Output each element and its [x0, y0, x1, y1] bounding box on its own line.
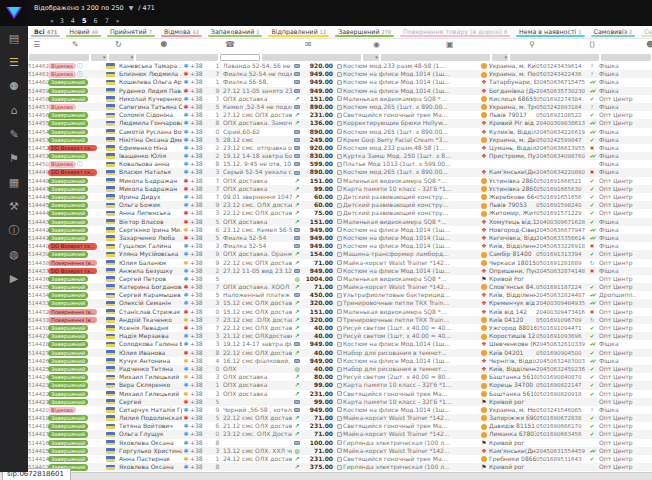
table-row[interactable]: 514445ЗавершенийОльга Божик✱+38923.12 см… [28, 201, 652, 209]
table-row[interactable]: 514432Повернення (в..Станіслав Стрижак✱+… [28, 308, 652, 316]
client-column-icon[interactable]: ⚉ [160, 40, 167, 49]
manager-column-icon[interactable]: ☻ [646, 40, 652, 49]
table-row[interactable]: 514454ЗавершенийСамотій Руслана Во..✱+38… [28, 128, 652, 136]
sidebar-monitor-icon[interactable]: ▤ [0, 26, 28, 50]
status-column-icon[interactable]: ✎ [72, 40, 79, 49]
table-row[interactable]: 514417ЗавершенийОльга Глущук✱+38023.12 с… [28, 430, 652, 438]
sidebar-globe-icon[interactable]: ◍ [0, 242, 28, 266]
table-row[interactable]: 514418ЗавершенийТетяна Войтович✱+38621.1… [28, 422, 652, 430]
table-row[interactable]: 514423ЗавершенийВера Скляренко✱+381ОПХ д… [28, 381, 652, 389]
address-column-icon[interactable]: ⚲ [529, 40, 535, 49]
table-row[interactable]: 514453ЗавершенийНікітіна Оксана Дми..✱+3… [28, 136, 652, 144]
tab-Прийнятий[interactable]: Прийнятий7 [104, 26, 158, 38]
page-button[interactable]: 7 [105, 17, 109, 25]
table-row[interactable]: 514441ЗавершенийЗахарченко Люба✱+385Фиал… [28, 234, 652, 242]
sidebar-video-icon[interactable]: ▶ [0, 266, 28, 290]
table-row[interactable]: 514433ЗавершенийОлексій Семанін✱+38315.1… [28, 299, 652, 307]
first-page-button[interactable]: « [50, 17, 53, 24]
table-row[interactable]: 514413ЗавершенийЯковлева Оксана✱+388↗375… [28, 463, 652, 471]
tracking-column-icon[interactable]: ⟨⟩ [589, 40, 595, 49]
sidebar-campaign-icon[interactable]: ⚑ [0, 146, 28, 170]
last-page-button[interactable]: » [116, 17, 119, 24]
table-row[interactable]: 514455ЗавершенийЛюдмила Гончарова✱+388ОП… [28, 119, 652, 127]
table-row[interactable]: 514422ЗавершенийМихаил Гилецький✱+383ОПХ… [28, 390, 652, 398]
table-row[interactable]: 514456ЗавершенийСоломія Сідоніна✱+38127.… [28, 111, 652, 119]
sidebar-clients-icon[interactable]: ⚉ [0, 74, 28, 98]
table-row[interactable]: 514439ЗавершенийУляна Мусійовська✱+389ОП… [28, 250, 652, 258]
tab-Запакований[interactable]: Запакований1 [205, 26, 266, 38]
table-row[interactable]: 514427ЗавершенийЮлия Иванова✱+38822.12 с… [28, 349, 652, 357]
tab-Завершений[interactable]: Завершений278 [332, 26, 397, 38]
tab-Всі[interactable]: Всі471 [28, 26, 63, 38]
price-column-icon[interactable]: ◉ [373, 40, 380, 49]
table-row[interactable]: 514424ЗавершенийМихаил Гилецький✱+383ОЛХ… [28, 373, 652, 381]
product-column-icon[interactable]: ▣ [446, 40, 454, 49]
table-row[interactable]: 514458ЗавершенийНиколай Кучеренко✱+387ОП… [28, 95, 652, 103]
table-row[interactable]: 514440DD Возврат ск..Гуцалюк Галина✱+383… [28, 242, 652, 250]
tab-Самовивіз[interactable]: Самовивіз2 [588, 26, 639, 38]
table-row[interactable]: 514451ЗавершенийІващенко Юлія✱+38219.12 … [28, 152, 652, 160]
tab-Новий[interactable]: Новий48 [63, 26, 104, 38]
table-row[interactable]: 514443ЗавершенийВіктор Власов✱+385ОПХ до… [28, 218, 652, 226]
sidebar-company-icon[interactable]: ⌂ [0, 98, 28, 122]
table-row[interactable]: 514414ЗавершенийАнна Пастернак✱+38124.12… [28, 455, 652, 463]
table-row[interactable]: 514437DD Возврат ск..Анжела Безушку✱+382… [28, 267, 652, 275]
table-row[interactable]: 514430ЗавершенийКсенія Левадня✱+38722.12… [28, 324, 652, 332]
filter-input[interactable] [220, 54, 260, 61]
tab-Відмова[interactable]: Відмова42 [158, 26, 205, 38]
table-row[interactable]: 514416ЗавершенийЯковлева Оксана✱+388100.… [28, 439, 652, 447]
table-row[interactable]: 514459ЗавершенийРуденко Лидия Пав..✱+389… [28, 87, 652, 95]
app-logo[interactable] [0, 0, 28, 26]
table-row[interactable]: 514429ЗавершенийНадія Мерзаєва✱+38321.12… [28, 332, 652, 340]
tab-Відправлений[interactable]: Відправлений12 [265, 26, 332, 38]
tab-Нема в наявності[interactable]: Нема в наявності1 [513, 26, 587, 38]
filter-input[interactable] [510, 54, 599, 61]
table-row[interactable]: 514448ЗавершенийМикола Бадражан✱+387ОПХ … [28, 177, 652, 185]
filter-funnel-icon[interactable]: ▼ [129, 4, 134, 11]
table-row[interactable]: 514449DD Возврат ск..Власюк Наталья✱+383… [28, 168, 652, 176]
order-id-column-icon[interactable]: ☰ [33, 40, 40, 49]
table-row[interactable]: 514419ЗавершенийЛилия Подолинская✱+38522… [28, 414, 652, 422]
table-row[interactable]: 514450ВідмоваⓘКовальова анна✱+38815.12. … [28, 160, 652, 168]
table-row[interactable]: 514462ВідмоваⓘКаневська Тамара ..✱+381Ла… [28, 62, 652, 70]
table-row[interactable]: 514447ЗавершенийМикола Бадражан✱+387ОПХ … [28, 185, 652, 193]
refresh-column-icon[interactable]: ↻ [115, 40, 122, 49]
table-row[interactable]: 514438Повернення (в..Юлия Баланюк✱+38922… [28, 259, 652, 267]
sidebar-orders-icon[interactable]: ☰ [0, 50, 28, 74]
table-row[interactable]: 514461ВідмоваⓘБлизнюк Людмила ..✱+387Фиа… [28, 70, 652, 78]
table-row[interactable]: 514444ЗавершенийАнна Липенська✱+38322.12… [28, 209, 652, 217]
filter-input[interactable]: ▾ [109, 54, 135, 61]
sidebar-purchases-icon[interactable]: ✎ [0, 122, 28, 146]
table-row[interactable]: 514428ЗавершенийСолодкова Галина В..✱+38… [28, 340, 652, 348]
table-row[interactable]: 514434ЗавершенийСергей Карамышев✱+385Нал… [28, 291, 652, 299]
table-row[interactable]: 514435ЗавершенийКатерина Богданова✱+387О… [28, 283, 652, 291]
table-row[interactable]: 514457ВідмоваСапегина Татьяна С..✱+385Ке… [28, 103, 652, 111]
tab-Повернення товару (в дорозі)[interactable]: Повернення товару (в дорозі)0 [397, 26, 513, 38]
table-row[interactable]: 514436ЗавершенийСергей Петров✱+385◍1004.… [28, 275, 652, 283]
tab-Сервіси[interactable]: Сервіси0 [638, 26, 652, 38]
table-row[interactable]: 514431Повернення (в..Андрій Ткаченко✱+38… [28, 316, 652, 324]
table-row[interactable]: 514446ЗавершенийИрина Дидух✱+38709.01 зв… [28, 193, 652, 201]
phone-column-icon[interactable]: ☎ [225, 40, 235, 49]
filter-input[interactable] [136, 54, 217, 61]
filter-input[interactable] [381, 54, 490, 61]
sidebar-info-icon[interactable]: ⓘ [0, 218, 28, 242]
table-row[interactable]: 514442ЗавершенийСергієнко Ірина Ми..✱+38… [28, 226, 652, 234]
filter-input[interactable] [601, 54, 651, 61]
table-row[interactable]: 514425ЗавершенийРадченко Тетяна✱+380ОЛХ◍… [28, 365, 652, 373]
table-row[interactable]: 514415ЗавершенийГоргулько Христина..✱+38… [28, 447, 652, 455]
table-row[interactable]: 514421ЗавершенийСергей✱+38599.00Карта па… [28, 398, 652, 406]
comment-column-icon[interactable]: ✉ [305, 40, 312, 49]
filter-input[interactable]: ▾ [363, 54, 379, 61]
table-row[interactable]: 514460ЗавершенийКошелева Ольга Ар..✱+381… [28, 78, 652, 86]
filter-input[interactable] [262, 54, 361, 61]
page-button[interactable]: 5 [82, 17, 87, 25]
filter-input[interactable] [29, 54, 89, 61]
filter-input[interactable]: ▾ [91, 54, 107, 61]
page-button[interactable]: 3 [60, 17, 64, 25]
table-row[interactable]: 514452DD Возврат ск..Єфименко Ніна✱+3822… [28, 144, 652, 152]
sidebar-stats-icon[interactable]: ▦ [0, 170, 28, 194]
table-row[interactable]: 514420ВідмоваСитарчук Наталія Гр..✱+389Ч… [28, 406, 652, 414]
page-button[interactable]: 4 [71, 17, 75, 25]
filter-input[interactable]: ▾ [492, 54, 508, 61]
